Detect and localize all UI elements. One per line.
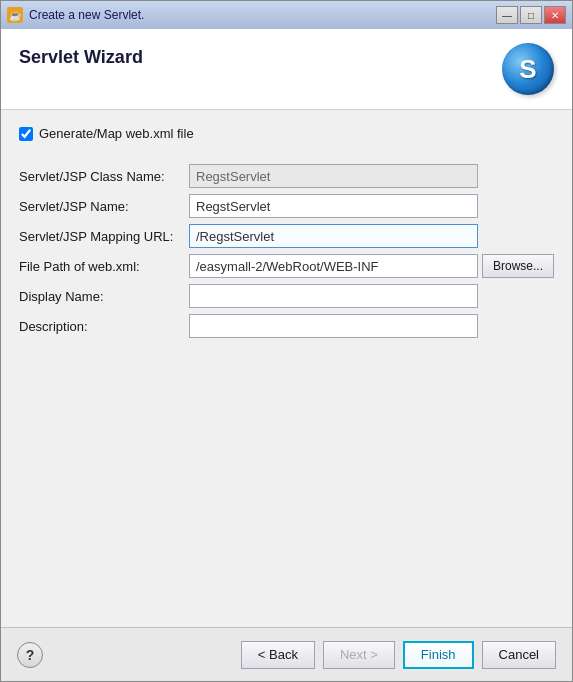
- browse-button[interactable]: Browse...: [482, 254, 554, 278]
- servlet-logo: S: [502, 43, 554, 95]
- title-bar-left: ☕ Create a new Servlet.: [7, 7, 144, 23]
- help-button[interactable]: ?: [17, 642, 43, 668]
- finish-button[interactable]: Finish: [403, 641, 474, 669]
- next-button[interactable]: Next >: [323, 641, 395, 669]
- file-path-label: File Path of web.xml:: [19, 254, 189, 279]
- display-name-label: Display Name:: [19, 284, 189, 309]
- display-name-input[interactable]: [189, 284, 478, 308]
- back-button[interactable]: < Back: [241, 641, 315, 669]
- description-input[interactable]: [189, 314, 478, 338]
- generate-xml-row: Generate/Map web.xml file: [19, 126, 554, 141]
- mapping-url-input[interactable]: [189, 224, 478, 248]
- maximize-button[interactable]: □: [520, 6, 542, 24]
- main-window: ☕ Create a new Servlet. — □ ✕ Servlet Wi…: [0, 0, 573, 682]
- form-content: Generate/Map web.xml file Servlet/JSP Cl…: [1, 110, 572, 627]
- mapping-url-label: Servlet/JSP Mapping URL:: [19, 224, 189, 249]
- class-name-label: Servlet/JSP Class Name:: [19, 164, 189, 189]
- cancel-button[interactable]: Cancel: [482, 641, 556, 669]
- servlet-name-input[interactable]: [189, 194, 478, 218]
- header: Servlet Wizard S: [1, 29, 572, 110]
- close-button[interactable]: ✕: [544, 6, 566, 24]
- minimize-button[interactable]: —: [496, 6, 518, 24]
- page-title: Servlet Wizard: [19, 47, 143, 68]
- footer: ? < Back Next > Finish Cancel: [1, 627, 572, 681]
- form-grid: Servlet/JSP Class Name: Servlet/JSP Name…: [19, 161, 554, 341]
- description-label: Description:: [19, 314, 189, 339]
- footer-left: ?: [17, 642, 43, 668]
- class-name-input[interactable]: [189, 164, 478, 188]
- window-icon: ☕: [7, 7, 23, 23]
- title-bar: ☕ Create a new Servlet. — □ ✕: [1, 1, 572, 29]
- file-path-input[interactable]: [189, 254, 478, 278]
- servlet-name-label: Servlet/JSP Name:: [19, 194, 189, 219]
- generate-xml-label: Generate/Map web.xml file: [39, 126, 194, 141]
- generate-xml-checkbox[interactable]: [19, 127, 33, 141]
- title-controls: — □ ✕: [496, 6, 566, 24]
- footer-right: < Back Next > Finish Cancel: [241, 641, 556, 669]
- window-title: Create a new Servlet.: [29, 8, 144, 22]
